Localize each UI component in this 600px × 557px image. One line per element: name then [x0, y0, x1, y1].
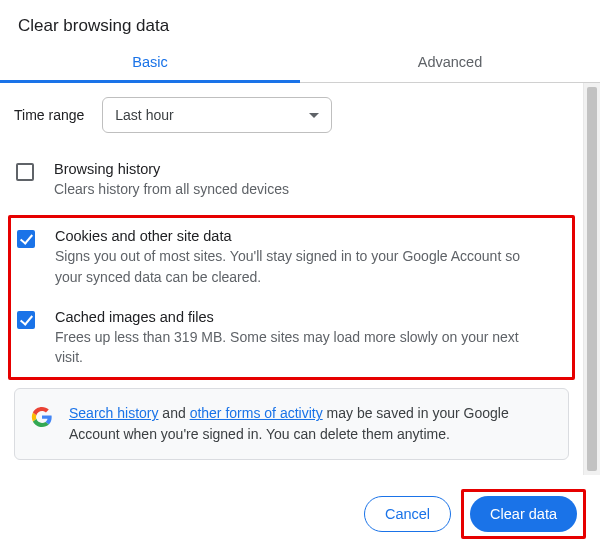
option-text: Cached images and files Frees up less th…	[55, 309, 545, 368]
option-desc: Signs you out of most sites. You'll stay…	[55, 246, 545, 287]
option-browsing-history: Browsing history Clears history from all…	[14, 155, 569, 215]
checkbox-cookies[interactable]	[17, 230, 35, 248]
time-range-label: Time range	[14, 107, 84, 123]
clear-data-button[interactable]: Clear data	[470, 496, 577, 532]
option-desc: Frees up less than 319 MB. Some sites ma…	[55, 327, 545, 368]
option-title: Browsing history	[54, 161, 289, 177]
dialog-footer: Cancel Clear data	[0, 475, 600, 557]
tabs: Basic Advanced	[0, 42, 600, 83]
time-range-value: Last hour	[115, 107, 173, 123]
option-cookies: Cookies and other site data Signs you ou…	[15, 222, 568, 303]
checkbox-cache[interactable]	[17, 311, 35, 329]
dialog-body: Time range Last hour Browsing history Cl…	[0, 83, 600, 475]
cancel-button[interactable]: Cancel	[364, 496, 451, 532]
checkbox-browsing-history[interactable]	[16, 163, 34, 181]
tab-basic[interactable]: Basic	[0, 42, 300, 83]
link-other-activity[interactable]: other forms of activity	[190, 405, 323, 421]
option-text: Browsing history Clears history from all…	[54, 161, 289, 199]
dialog-title: Clear browsing data	[0, 0, 600, 42]
option-text: Cookies and other site data Signs you ou…	[55, 228, 545, 287]
clear-browsing-data-dialog: Clear browsing data Basic Advanced Time …	[0, 0, 600, 557]
scrollbar-thumb[interactable]	[587, 87, 597, 471]
link-search-history[interactable]: Search history	[69, 405, 158, 421]
google-logo-icon	[31, 406, 53, 428]
option-desc: Clears history from all synced devices	[54, 179, 289, 199]
time-range-select[interactable]: Last hour	[102, 97, 332, 133]
info-text-fragment: and	[158, 405, 189, 421]
google-account-info: Search history and other forms of activi…	[14, 388, 569, 460]
info-text: Search history and other forms of activi…	[69, 403, 552, 445]
annotation-highlight-clear: Clear data	[461, 489, 586, 539]
scrollbar[interactable]	[583, 83, 600, 475]
option-title: Cached images and files	[55, 309, 545, 325]
time-range-row: Time range Last hour	[14, 97, 569, 133]
content-area: Time range Last hour Browsing history Cl…	[0, 83, 583, 475]
annotation-highlight-options: Cookies and other site data Signs you ou…	[8, 215, 575, 380]
option-title: Cookies and other site data	[55, 228, 545, 244]
option-cache: Cached images and files Frees up less th…	[15, 303, 568, 376]
tab-advanced[interactable]: Advanced	[300, 42, 600, 82]
dropdown-caret-icon	[309, 113, 319, 118]
